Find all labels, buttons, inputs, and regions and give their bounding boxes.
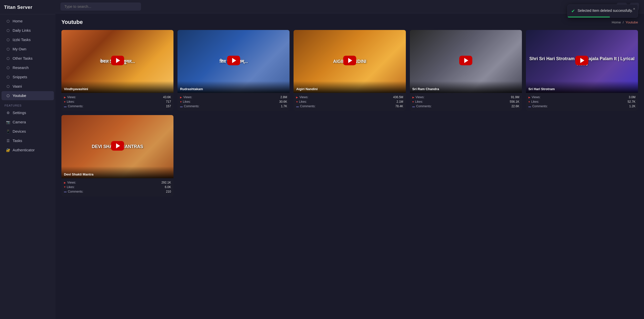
video-stats-aigiri: ▶ Views: 436.5M ♥ Likes: 2.1M ▬ Comments… (294, 93, 406, 111)
card-expand-icon-devi[interactable]: ⤢ (166, 117, 171, 123)
views-value-sriram: 91.9M (511, 95, 519, 99)
likes-label-aigiri: Likes: (299, 100, 307, 103)
stat-likes-vindhya: ♥ Likes: 717 (64, 99, 171, 104)
card-grid-icon-rudra[interactable]: ⊞ (268, 32, 274, 38)
card-grid-icon-devi[interactable]: ⊞ (152, 117, 158, 123)
sidebar-label-youtube: Youtube (13, 94, 26, 98)
views-dot-vindhya: ▶ (64, 96, 66, 99)
app-logo: Titan Server (0, 0, 55, 14)
sidebar-label-snippets: Snippets (13, 75, 27, 79)
sidebar-label-home: Home (13, 19, 23, 23)
likes-dot-vindhya: ♥ (64, 100, 65, 103)
sidebar-item-daily-links[interactable]: ⬡ Daily Links (2, 26, 54, 35)
page-title-row: Youtube Home / Youtube (61, 19, 638, 25)
video-stats-vindhya: ▶ Views: 43.6K ♥ Likes: 717 ▬ Comments: … (61, 93, 173, 111)
card-expand-icon-sriram[interactable]: ⤢ (514, 32, 520, 38)
card-grid-icon-aigiri[interactable]: ⊞ (384, 32, 390, 38)
toast-close-button[interactable]: × (633, 7, 635, 11)
card-grid-icon-sriram[interactable]: ⊞ (500, 32, 506, 38)
sidebar-item-camera[interactable]: 📷 Camera (2, 118, 54, 127)
card-copy-icon-rudra[interactable]: ⧉ (275, 32, 280, 38)
play-button-vindhya[interactable] (111, 56, 124, 65)
video-stats-devi: ▶ Views: 292.1K ♥ Likes: 6.0K ▬ Comments… (61, 178, 173, 196)
play-triangle-aigiri (348, 58, 352, 63)
video-card-sriram[interactable]: Sri Ram Chandra ⊞ ⧉ ⤢ ▶ Views: 91.9M ♥ L… (410, 30, 522, 111)
views-label-rudra: Views: (183, 95, 192, 99)
thumb-title-rudra: Rudrashtakam (177, 81, 290, 93)
video-thumbnail-sriram: Sri Ram Chandra ⊞ ⧉ ⤢ (410, 30, 522, 93)
card-grid-icon-srihari[interactable]: ⊞ (617, 32, 622, 38)
sidebar-icon-my-own: ⬡ (6, 47, 10, 51)
card-copy-icon-vindhya[interactable]: ⧉ (159, 32, 164, 38)
search-input[interactable] (60, 3, 141, 11)
breadcrumb-home[interactable]: Home (612, 20, 621, 24)
sidebar-item-vaani[interactable]: ⬡ Vaani (2, 82, 54, 91)
views-label-vindhya: Views: (67, 95, 76, 99)
video-card-aigiri[interactable]: AIGIRI NANDINI Aigiri Nandini ⊞ ⧉ ⤢ ▶ Vi… (294, 30, 406, 111)
card-expand-icon-vindhya[interactable]: ⤢ (166, 32, 171, 38)
comments-label-devi: Comments: (68, 190, 83, 193)
comments-label-vindhya: Comments: (68, 104, 83, 108)
card-expand-icon-srihari[interactable]: ⤢ (630, 32, 636, 38)
comments-value-srihari: 1.2K (629, 104, 635, 108)
sidebar-item-other-tasks[interactable]: ⬡ Other Tasks (2, 54, 54, 63)
views-label-devi: Views: (67, 181, 76, 184)
page-title: Youtube (61, 19, 83, 25)
card-copy-icon-srihari[interactable]: ⧉ (624, 32, 629, 38)
sidebar-item-devices[interactable]: 📱 Devices (2, 127, 54, 136)
likes-value-srihari: 52.7K (628, 100, 635, 103)
video-card-vindhya[interactable]: केवल 5 मिनट सुनल... Vindhyavashini ⊞ ⧉ ⤢… (61, 30, 173, 111)
play-button-devi[interactable] (111, 141, 124, 151)
play-button-aigiri[interactable] (343, 56, 356, 65)
likes-label-sriram: Likes: (415, 100, 423, 103)
card-copy-icon-aigiri[interactable]: ⧉ (391, 32, 397, 38)
stat-comments-srihari: ▬ Comments: 1.2K (528, 104, 635, 109)
video-card-srihari[interactable]: Shri Sri Hari Strotram | Jaggajala Palam… (526, 30, 638, 111)
sidebar-icon-home: ⬡ (6, 19, 10, 23)
sidebar-item-settings[interactable]: ⚙ Settings (2, 108, 54, 117)
play-button-sriram[interactable] (459, 56, 472, 65)
sidebar-nav: ⬡ Home ⬡ Daily Links ⬡ Izzki Tasks ⬡ My … (0, 14, 55, 319)
thumb-title-devi: Devi Shakti Mantra (61, 166, 173, 178)
sidebar-item-home[interactable]: ⬡ Home (2, 17, 54, 26)
sidebar-icon-tasks: ☰ (6, 139, 10, 143)
video-thumbnail-devi: DEVI SHAKTI MANTRAS Devi Shakti Mantra ⊞… (61, 115, 173, 178)
views-label-aigiri: Views: (299, 95, 308, 99)
comments-dot-aigiri: ▬ (296, 105, 299, 108)
video-card-rudra[interactable]: शिव रुद्राष्टकम्... Rudrashtakam ⊞ ⧉ ⤢ ▶… (177, 30, 290, 111)
stat-views-rudra: ▶ Views: 2.8M (180, 95, 287, 99)
stat-views-srihari: ▶ Views: 3.0M (528, 95, 635, 99)
card-copy-icon-sriram[interactable]: ⧉ (508, 32, 513, 38)
views-label-srihari: Views: (532, 95, 541, 99)
views-value-rudra: 2.8M (280, 95, 287, 99)
sidebar-item-snippets[interactable]: ⬡ Snippets (2, 73, 54, 82)
card-grid-icon-vindhya[interactable]: ⊞ (152, 32, 158, 38)
features-section-label: Features (0, 100, 55, 108)
sidebar-label-daily-links: Daily Links (13, 28, 31, 32)
sidebar-item-my-own[interactable]: ⬡ My Own (2, 45, 54, 54)
video-grid: केवल 5 मिनट सुनल... Vindhyavashini ⊞ ⧉ ⤢… (61, 30, 638, 196)
comments-dot-devi: ▬ (64, 190, 66, 193)
views-dot-aigiri: ▶ (296, 96, 298, 99)
stat-comments-devi: ▬ Comments: 210 (64, 189, 171, 194)
video-card-devi[interactable]: DEVI SHAKTI MANTRAS Devi Shakti Mantra ⊞… (61, 115, 173, 196)
play-button-rudra[interactable] (227, 56, 240, 65)
sidebar-item-tasks[interactable]: ☰ Tasks (2, 136, 54, 145)
play-triangle-sriram (464, 58, 468, 63)
likes-label-srihari: Likes: (531, 100, 539, 103)
sidebar-item-authenticator[interactable]: 🔐 Authenticator (2, 146, 54, 155)
sidebar-item-izzki-tasks[interactable]: ⬡ Izzki Tasks (2, 35, 54, 44)
card-expand-icon-rudra[interactable]: ⤢ (282, 32, 288, 38)
sidebar-item-youtube[interactable]: ⬡ Youtube (2, 91, 54, 100)
stat-comments-aigiri: ▬ Comments: 78.4K (296, 104, 403, 109)
card-copy-icon-devi[interactable]: ⧉ (159, 117, 164, 123)
sidebar-item-research[interactable]: ⬡ Research (2, 63, 54, 72)
sidebar-label-vaani: Vaani (13, 84, 22, 88)
stat-likes-devi: ♥ Likes: 6.0K (64, 185, 171, 189)
comments-value-devi: 210 (166, 190, 171, 193)
card-expand-icon-aigiri[interactable]: ⤢ (398, 32, 404, 38)
play-button-srihari[interactable] (575, 56, 588, 65)
comments-dot-vindhya: ▬ (64, 105, 66, 108)
content-area: Youtube Home / Youtube केवल 5 मिनट सुनल.… (55, 13, 644, 319)
play-triangle-vindhya (116, 58, 120, 63)
